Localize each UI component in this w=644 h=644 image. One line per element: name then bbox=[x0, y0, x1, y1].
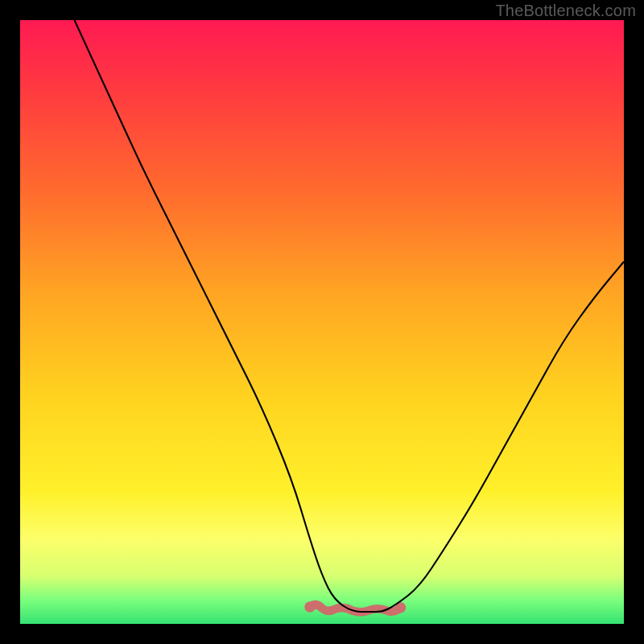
plot-area bbox=[20, 20, 624, 624]
watermark-text: TheBottleneck.com bbox=[495, 2, 636, 20]
curve-path bbox=[75, 20, 625, 612]
chart-frame: TheBottleneck.com bbox=[0, 0, 644, 644]
bottleneck-curve bbox=[20, 20, 624, 624]
